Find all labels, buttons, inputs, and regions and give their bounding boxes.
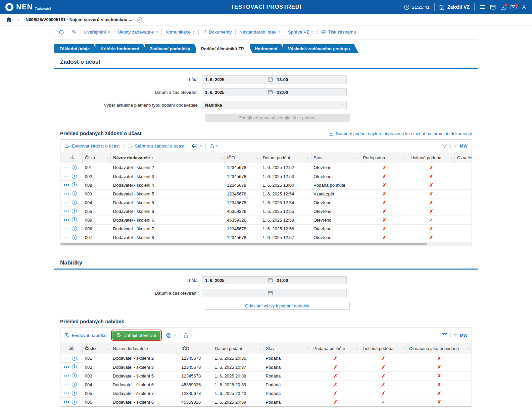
- table-row[interactable]: i005Dodavatel - školení 7123456781. 6. 2…: [60, 389, 472, 398]
- filter-caret-icon[interactable]: ▽: [208, 347, 210, 350]
- column-header-oznace[interactable]: Označe▽: [454, 152, 472, 163]
- column-header-nazev-dodavatele[interactable]: Název dodavatele↑▽: [111, 152, 225, 163]
- row-menu-button[interactable]: [64, 211, 69, 212]
- column-header-listinna-podoba[interactable]: Listinná podoba▽: [360, 343, 407, 354]
- column-header-ico[interactable]: IČO▽: [225, 152, 260, 163]
- zahajit-pripravu-button[interactable]: Zahájit přípravu následující fáze podání: [205, 114, 350, 122]
- table-row[interactable]: i002Dodavatel - školení 3123456781. 6. 2…: [60, 363, 472, 371]
- filter-caret-icon[interactable]: ▽: [221, 156, 223, 159]
- filter-button[interactable]: [442, 143, 447, 148]
- row-menu-button[interactable]: [64, 202, 69, 203]
- lhuta-datetime-field[interactable]: 1. 6. 2025 21:00: [202, 276, 347, 284]
- info-icon[interactable]: i: [72, 191, 77, 196]
- evidovat-nabidku-button[interactable]: Evidovat nabídku: [64, 333, 107, 338]
- row-menu-button[interactable]: [64, 384, 69, 385]
- column-header-listinna-podoba[interactable]: Listinná podoba▽: [408, 152, 455, 163]
- filter-caret-icon[interactable]: ▽: [307, 347, 309, 350]
- action-dokumenty[interactable]: Dokumenty: [202, 30, 232, 35]
- table-row[interactable]: i007Dodavatel - školení 8123456781. 6. 2…: [60, 233, 472, 242]
- column-header-cislo[interactable]: Číslo▽: [83, 152, 111, 163]
- tab-zadavaci-podminky[interactable]: Zadávací podmínky: [145, 44, 199, 53]
- filter-caret-icon[interactable]: ▽: [107, 156, 109, 159]
- row-menu-button[interactable]: [64, 167, 69, 168]
- filter-caret-icon[interactable]: ▽: [307, 156, 309, 159]
- tab-vysledek-zadavaciho-postupu[interactable]: Výsledek zadávacího postupu: [283, 44, 359, 53]
- table-row[interactable]: i006Dodavatel - školení 6453593261. 6. 2…: [60, 398, 472, 406]
- filter-caret-icon[interactable]: ▽: [256, 156, 258, 159]
- user-icon[interactable]: [521, 4, 527, 10]
- export-button[interactable]: ▽: [209, 143, 218, 149]
- info-icon[interactable]: i: [72, 182, 77, 187]
- filter-caret-icon[interactable]: ▽: [175, 347, 177, 350]
- column-settings-button[interactable]: [60, 152, 83, 163]
- column-settings-button[interactable]: [60, 343, 83, 354]
- history-icon[interactable]: [59, 30, 64, 35]
- action-ukony-zadavatele[interactable]: Úkony zadavatele▽: [118, 30, 158, 35]
- mw-button[interactable]: MW: [460, 143, 468, 149]
- info-icon[interactable]: i: [72, 391, 77, 396]
- row-menu-button[interactable]: [64, 375, 69, 376]
- filter-caret-icon[interactable]: ▽: [259, 347, 261, 350]
- tab-zakladni-udaje[interactable]: Základní údaje: [54, 44, 98, 53]
- table-row[interactable]: i009Dodavatel - školení 6453593261. 6. 2…: [60, 216, 472, 224]
- row-menu-button[interactable]: [64, 237, 69, 238]
- row-menu-button[interactable]: [64, 366, 69, 368]
- row-menu-button[interactable]: [64, 358, 69, 359]
- info-icon[interactable]: i: [72, 400, 77, 405]
- column-header-oznacena-jako-nepodana[interactable]: Označena jako nepodaná▽: [407, 343, 472, 354]
- menu-icon[interactable]: [479, 5, 485, 9]
- lhuta-datetime-field[interactable]: 1. 6. 2025 13:00: [202, 75, 347, 83]
- row-menu-button[interactable]: [64, 184, 69, 186]
- messages-icon[interactable]: [511, 5, 517, 9]
- table-row[interactable]: i003Dodavatel - školení 5123456781. 6. 2…: [60, 371, 472, 380]
- breadcrumb-item[interactable]: N006/25/V00005181 - Nájem serverů s tech…: [26, 17, 132, 22]
- info-icon[interactable]: i: [72, 217, 77, 222]
- table-row[interactable]: i002Dodavatel - školení 3123456781. 6. 2…: [60, 172, 472, 181]
- chevron-down-icon[interactable]: ▽: [454, 144, 456, 148]
- column-header-nazev-dodavatele[interactable]: Název dodavatele▽: [110, 343, 179, 354]
- action-komunikace[interactable]: Komunikace▽: [165, 30, 194, 35]
- info-icon[interactable]: i: [72, 209, 77, 214]
- table-row[interactable]: i006Dodavatel - školení 7123456781. 6. 2…: [60, 224, 472, 233]
- info-icon[interactable]: i: [72, 364, 77, 369]
- row-menu-button[interactable]: [64, 219, 69, 221]
- nen-logo[interactable]: NEN Zadavatel: [5, 3, 51, 11]
- typ-podani-select[interactable]: Nabídka ▽: [202, 101, 347, 109]
- filter-caret-icon[interactable]: ▽: [468, 347, 470, 350]
- column-header-podepsana[interactable]: Podepsána▽: [360, 152, 408, 163]
- zahajit-oteviranni-button[interactable]: Zahájit otevírání: [112, 331, 161, 340]
- edit-icon[interactable]: ✎: [72, 29, 76, 35]
- filter-caret-icon[interactable]: ▽: [356, 347, 358, 350]
- filter-caret-icon[interactable]: ▽: [403, 347, 405, 350]
- filter-caret-icon[interactable]: ▽: [451, 156, 453, 159]
- scrollbar-thumb[interactable]: [61, 243, 427, 245]
- row-menu-button[interactable]: [64, 228, 69, 229]
- calendar-icon[interactable]: [490, 4, 496, 10]
- action-nestandardni-stav[interactable]: Nestandardní stav▽: [239, 30, 280, 35]
- action-sprava-vz[interactable]: Správa VZ▽: [288, 30, 313, 35]
- stahnout-zadosti-button[interactable]: Stáhnout žádosti o účast: [128, 143, 185, 149]
- print-button[interactable]: ▽: [166, 333, 176, 338]
- row-menu-button[interactable]: [64, 193, 69, 194]
- column-header-ico[interactable]: IČO▽: [179, 343, 212, 354]
- calendar-icon[interactable]: [268, 77, 273, 82]
- create-vz-button[interactable]: Založit VZ: [439, 4, 470, 10]
- oteviranni-datetime-field[interactable]: 1. 6. 2025 13:00: [202, 88, 347, 96]
- chevron-down-icon[interactable]: ▽: [454, 334, 456, 337]
- info-icon[interactable]: i: [72, 174, 77, 179]
- row-menu-button[interactable]: [64, 401, 69, 403]
- table-row[interactable]: i008Dodavatel - školení 4123456781. 6. 2…: [60, 181, 472, 189]
- home-icon[interactable]: [6, 17, 12, 22]
- column-header-datum-podani[interactable]: Datum podání▽: [212, 343, 263, 354]
- close-icon[interactable]: [136, 17, 142, 23]
- calendar-icon[interactable]: [268, 291, 273, 295]
- row-menu-button[interactable]: [64, 393, 69, 394]
- filter-caret-icon[interactable]: ▽: [468, 156, 470, 159]
- action-uverejneni[interactable]: Uveřejnění▽: [84, 30, 110, 35]
- info-icon[interactable]: i: [72, 382, 77, 387]
- mw-button[interactable]: MW: [460, 333, 468, 338]
- table-row[interactable]: i005Dodavatel - školení 6453593261. 6. 2…: [60, 207, 472, 216]
- table-row[interactable]: i001Dodavatel - školení 2123456781. 6. 2…: [60, 354, 472, 363]
- info-icon[interactable]: i: [72, 165, 77, 170]
- column-header-cislo[interactable]: Číslo↑▽: [83, 343, 110, 354]
